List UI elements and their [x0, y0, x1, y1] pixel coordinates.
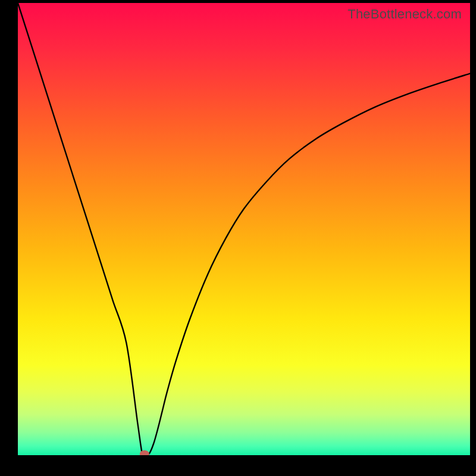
- plot-area: TheBottleneck.com: [18, 3, 470, 455]
- bottleneck-curve: [18, 3, 470, 455]
- watermark-text: TheBottleneck.com: [347, 7, 462, 22]
- chart-frame: TheBottleneck.com: [0, 0, 476, 476]
- curve-layer: [18, 3, 470, 455]
